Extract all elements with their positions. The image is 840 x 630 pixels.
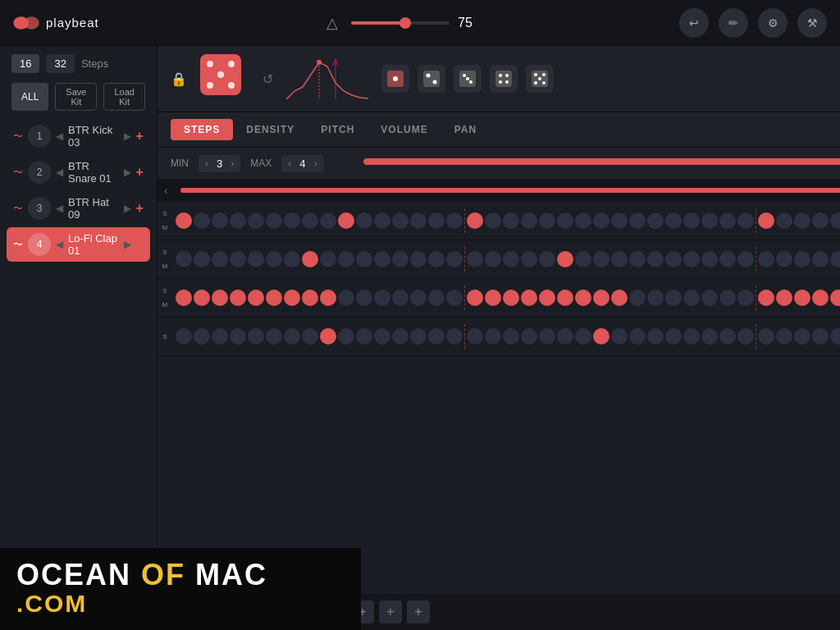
step-dot-4-1[interactable] (194, 328, 210, 345)
step-dot-2-23[interactable] (593, 251, 609, 267)
step-dot-2-22[interactable] (575, 251, 591, 267)
step-dot-3-17[interactable] (485, 290, 501, 306)
step-dot-4-18[interactable] (503, 328, 519, 345)
gear-button[interactable]: ⚙ (758, 8, 788, 38)
step-dot-1-32[interactable] (758, 212, 774, 229)
step-dot-1-34[interactable] (794, 212, 810, 229)
track-add-4[interactable]: + (136, 237, 144, 252)
dice-sm-2[interactable] (418, 65, 445, 93)
step-dot-3-12[interactable] (392, 290, 409, 306)
reset-icon[interactable]: ↺ (262, 71, 273, 87)
step-dot-3-36[interactable] (830, 290, 840, 306)
step-dot-4-28[interactable] (683, 328, 700, 345)
step-dot-2-8[interactable] (320, 251, 336, 267)
track-s-3[interactable]: S (159, 287, 171, 294)
step-dot-1-26[interactable] (647, 212, 664, 229)
step-dot-4-11[interactable] (374, 328, 390, 345)
step-dot-4-9[interactable] (338, 328, 354, 345)
tab-volume[interactable]: VOLUME (368, 119, 441, 140)
step-dot-2-34[interactable] (794, 251, 810, 267)
track-m-2[interactable]: M (159, 262, 171, 270)
step-dot-2-27[interactable] (665, 251, 682, 267)
step-dot-3-32[interactable] (758, 290, 774, 306)
step-dot-4-34[interactable] (794, 328, 810, 345)
track-next-2[interactable]: ▶ (124, 167, 131, 178)
step-dot-3-30[interactable] (719, 290, 736, 306)
track-m-3[interactable]: M (159, 301, 171, 308)
step-dot-1-18[interactable] (503, 212, 519, 229)
step-dot-4-23[interactable] (593, 328, 609, 345)
track-prev-2[interactable]: ◀ (56, 167, 63, 178)
step-dot-3-34[interactable] (794, 290, 810, 306)
dice-sm-3[interactable] (454, 65, 482, 93)
step-dot-3-2[interactable] (212, 290, 228, 306)
min-next[interactable]: › (231, 158, 235, 168)
step-dot-2-1[interactable] (194, 251, 210, 267)
step-dot-2-36[interactable] (830, 251, 840, 267)
scroll-track[interactable] (180, 188, 840, 193)
track-next-4[interactable]: ▶ (124, 239, 131, 250)
step-dot-4-12[interactable] (392, 328, 409, 345)
page-add-5[interactable]: + (407, 600, 430, 623)
step-dot-1-5[interactable] (266, 212, 282, 229)
scroll-thumb[interactable] (180, 188, 840, 193)
step-dot-4-2[interactable] (212, 328, 228, 345)
dice-sm-4[interactable] (490, 65, 518, 93)
step-dot-3-26[interactable] (647, 290, 664, 306)
track-s-1[interactable]: S (159, 210, 171, 217)
step-dot-1-23[interactable] (593, 212, 609, 229)
step-dot-3-22[interactable] (575, 290, 591, 306)
track-m-1[interactable]: M (159, 224, 171, 231)
seq-scrollbar[interactable]: ‹ › (158, 179, 840, 202)
max-prev[interactable]: ‹ (288, 158, 291, 168)
step-dot-2-29[interactable] (701, 251, 718, 267)
step-dot-3-9[interactable] (338, 290, 354, 306)
step-dot-1-21[interactable] (557, 212, 573, 229)
step-dot-2-17[interactable] (485, 251, 501, 267)
step-dot-1-20[interactable] (539, 212, 555, 229)
step-dot-1-4[interactable] (248, 212, 264, 229)
tempo-slider-thumb[interactable] (399, 17, 411, 29)
step-dot-2-24[interactable] (611, 251, 628, 267)
step-dot-1-19[interactable] (521, 212, 537, 229)
step-dot-3-25[interactable] (629, 290, 646, 306)
step-dot-1-12[interactable] (392, 212, 409, 229)
min-prev[interactable]: ‹ (205, 158, 208, 168)
step-dot-2-19[interactable] (521, 251, 537, 267)
track-s-4[interactable]: S (159, 333, 171, 340)
max-next[interactable]: › (314, 158, 317, 168)
step-dot-4-3[interactable] (230, 328, 246, 345)
step-dot-2-2[interactable] (212, 251, 228, 267)
track-item-3[interactable]: 〜 3 ◀ BTR Hat 09 ▶ + (7, 191, 150, 226)
step-dot-4-8[interactable] (320, 328, 336, 345)
step-dot-4-26[interactable] (647, 328, 664, 345)
step-dot-2-4[interactable] (248, 251, 264, 267)
step-dot-2-11[interactable] (374, 251, 390, 267)
lock-icon[interactable]: 🔒 (171, 71, 187, 87)
step-dot-2-31[interactable] (737, 251, 754, 267)
step-dot-3-19[interactable] (521, 290, 537, 306)
track-item-4[interactable]: 〜 4 ◀ Lo-Fi Clap 01 ▶ + (7, 227, 150, 262)
step-dot-1-10[interactable] (356, 212, 372, 229)
step-dot-3-20[interactable] (539, 290, 555, 306)
step-dot-2-14[interactable] (428, 251, 445, 267)
step-dot-3-4[interactable] (248, 290, 264, 306)
step-dot-3-6[interactable] (284, 290, 300, 306)
tempo-slider[interactable] (351, 21, 450, 25)
tab-density[interactable]: DENSITY (233, 119, 308, 140)
step-dot-4-7[interactable] (302, 328, 318, 345)
step-dot-3-35[interactable] (812, 290, 829, 306)
step-dot-3-1[interactable] (194, 290, 210, 306)
step-dot-1-27[interactable] (665, 212, 682, 229)
step-dot-4-22[interactable] (575, 328, 591, 345)
step-dot-3-28[interactable] (683, 290, 700, 306)
step-dot-2-5[interactable] (266, 251, 282, 267)
step-dot-4-27[interactable] (665, 328, 682, 345)
step-dot-4-10[interactable] (356, 328, 372, 345)
step-dot-3-13[interactable] (410, 290, 427, 306)
undo-button[interactable]: ↩ (679, 8, 709, 38)
step-dot-1-28[interactable] (683, 212, 700, 229)
step-dot-4-36[interactable] (830, 328, 840, 345)
step-dot-2-33[interactable] (776, 251, 792, 267)
steps-16-button[interactable]: 16 (11, 54, 39, 73)
